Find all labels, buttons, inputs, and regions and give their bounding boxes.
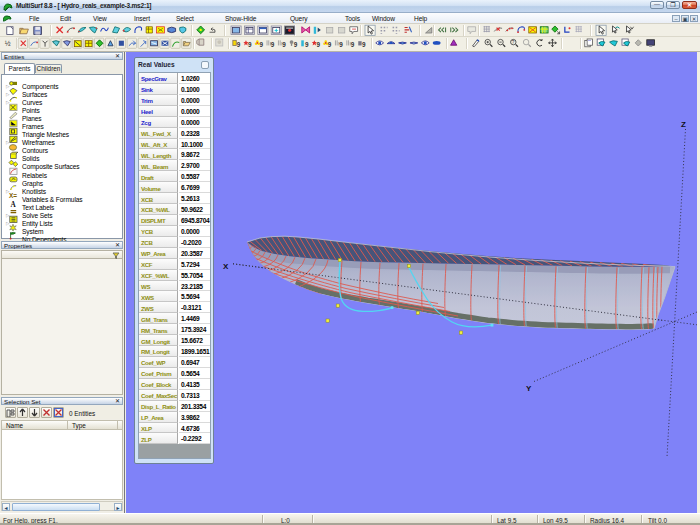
svg-text:9: 9 xyxy=(271,41,275,48)
svg-text:X: X xyxy=(223,262,229,271)
svg-text:?: ? xyxy=(512,40,515,45)
svg-text:9: 9 xyxy=(248,41,252,48)
svg-text:9: 9 xyxy=(305,41,309,48)
svg-text:½: ½ xyxy=(5,40,11,47)
svg-text:Y: Y xyxy=(526,384,532,393)
svg-text:9: 9 xyxy=(328,41,332,48)
svg-text:9: 9 xyxy=(351,41,355,48)
svg-text:9: 9 xyxy=(282,41,286,48)
svg-text:9: 9 xyxy=(237,41,241,48)
svg-text:9: 9 xyxy=(294,41,298,48)
svg-text:9: 9 xyxy=(259,41,263,48)
svg-text:9: 9 xyxy=(362,41,366,48)
svg-text:9: 9 xyxy=(339,41,343,48)
svg-text:Z: Z xyxy=(681,120,686,129)
svg-text:9: 9 xyxy=(316,41,320,48)
